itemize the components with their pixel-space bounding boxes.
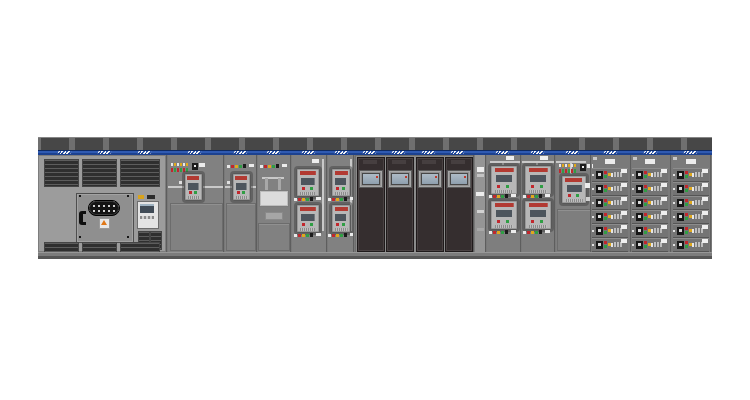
brand-wordmark-icon [531, 151, 545, 154]
section-divider [520, 155, 522, 252]
mcc-feeder-row [592, 210, 628, 224]
cable-label [477, 174, 484, 177]
cable-label [476, 192, 484, 196]
screw-icon [127, 236, 129, 238]
meter-chip-dark [147, 195, 155, 199]
air-circuit-breaker [490, 200, 518, 230]
section-divider [223, 155, 225, 252]
section-divider [590, 155, 592, 252]
screw-icon [127, 195, 129, 197]
brand-wordmark-icon [422, 151, 436, 154]
screw-icon [79, 195, 81, 197]
brand-wordmark-icon [138, 151, 152, 154]
section-divider [326, 155, 328, 252]
cable-label [477, 210, 484, 213]
brand-wordmark-icon [58, 151, 72, 154]
blank-panel [170, 203, 223, 251]
indicator-strip [294, 197, 322, 203]
indicator-strip [294, 233, 322, 239]
pt-riser [265, 178, 268, 190]
mcc-top-chip [593, 157, 597, 160]
mcc-section-label [645, 159, 655, 164]
indicator-strip [523, 230, 551, 236]
section-divider [290, 155, 292, 252]
mcc-feeder-row [632, 196, 668, 210]
mcc-feeder-row [632, 182, 668, 196]
brand-wordmark-icon [684, 151, 698, 154]
switchgear-lineup [38, 137, 712, 259]
mcc-top-chip [673, 157, 677, 160]
mcc-feeder-row [673, 196, 709, 210]
section-divider [630, 155, 632, 252]
mcc-feeder-row [592, 196, 628, 210]
brand-wordmark-icon [392, 151, 406, 154]
screw-icon [79, 236, 81, 238]
indicator-strip [489, 230, 517, 236]
air-circuit-breaker [184, 173, 203, 201]
mcc-feeder-row [592, 238, 628, 252]
mcc-feeder-row [673, 182, 709, 196]
blank-panel [557, 209, 591, 251]
brand-wordmark-icon [451, 151, 465, 154]
meter-chip-yellow [138, 195, 144, 199]
brand-wordmark-icon [496, 151, 510, 154]
section-divider [256, 155, 258, 252]
indicator-strip [328, 233, 356, 239]
mcc-feeder-row [673, 210, 709, 224]
mcc-feeder-row [592, 168, 628, 182]
air-circuit-breaker [296, 204, 320, 233]
mcc-feeder-row [592, 224, 628, 238]
drive-display-bezel [388, 170, 412, 188]
unit-label [312, 159, 319, 163]
vent-slot [363, 160, 377, 164]
vent-slot [392, 160, 406, 164]
louver-vent [82, 159, 117, 187]
section-divider [670, 155, 672, 252]
drive-display-bezel [418, 170, 442, 188]
brand-wordmark-icon [604, 151, 618, 154]
drive-display-screen [421, 173, 439, 185]
mimic-node [227, 181, 230, 184]
brand-wordmark-icon [335, 151, 349, 154]
air-circuit-breaker [331, 168, 351, 197]
door-handle [79, 211, 86, 225]
pt-riser [278, 178, 281, 190]
drive-display-screen [362, 173, 380, 185]
section-divider [485, 155, 487, 252]
brand-wordmark-icon [188, 151, 202, 154]
unit-label [540, 156, 548, 160]
air-circuit-breaker [331, 204, 351, 233]
unit-label [506, 156, 514, 160]
mcc-feeder-row [673, 238, 709, 252]
brand-wordmark-icon [267, 151, 281, 154]
air-circuit-breaker [296, 168, 320, 197]
cable-label [477, 167, 484, 172]
air-circuit-breaker [524, 200, 552, 230]
brand-wordmark-icon [234, 151, 248, 154]
warning-label-icon [99, 218, 110, 229]
drive-display-screen [391, 173, 409, 185]
drive-display-screen [450, 173, 468, 185]
cable-label [477, 228, 484, 231]
mimic-line [322, 159, 324, 231]
brand-wordmark-icon [363, 151, 377, 154]
brand-wordmark-icon [302, 151, 316, 154]
indicator-strip [328, 197, 356, 203]
mcc-feeder-row [673, 168, 709, 182]
mcc-feeder-row [592, 182, 628, 196]
drive-display-bezel [359, 170, 383, 188]
vent-slot [422, 160, 436, 164]
brand-wordmark-icon [98, 151, 112, 154]
mcc-section-label [686, 159, 696, 164]
indicator-strip [260, 164, 288, 170]
air-circuit-breaker [490, 165, 518, 195]
indicator-strip [171, 163, 205, 172]
nameplate [265, 212, 283, 220]
mcc-feeder-row [673, 224, 709, 238]
section-divider [166, 155, 168, 252]
mcc-feeder-row [632, 210, 668, 224]
vent-slot [451, 160, 465, 164]
drive-display-bezel [447, 170, 471, 188]
mimic-node [179, 181, 182, 184]
mcc-feeder-row [632, 224, 668, 238]
